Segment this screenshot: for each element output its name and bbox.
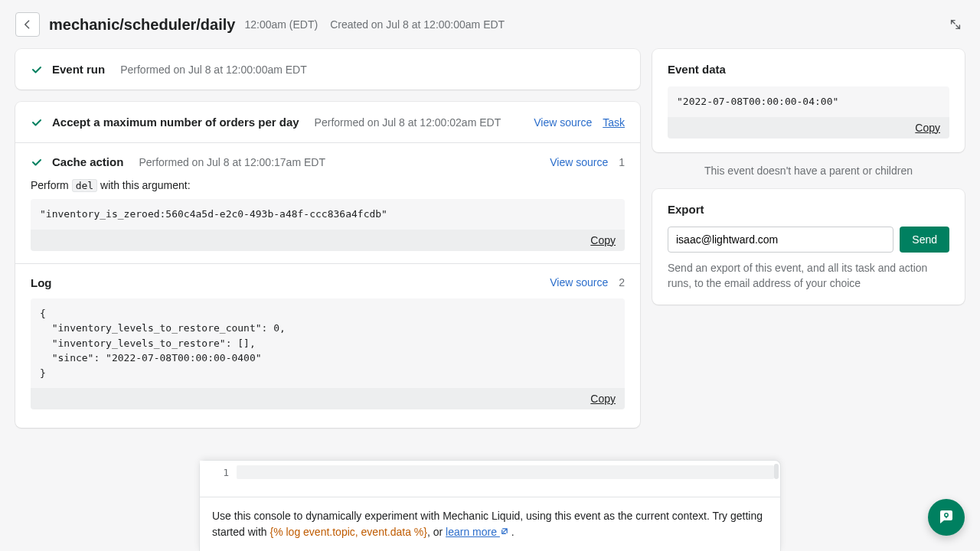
cache-action-title: Cache action bbox=[52, 155, 123, 168]
copy-bar: Copy bbox=[31, 230, 625, 251]
scrollbar[interactable] bbox=[774, 464, 779, 479]
console-help-suffix: . bbox=[508, 526, 514, 538]
task-run-performed: Performed on Jul 8 at 12:00:02am EDT bbox=[315, 116, 501, 129]
event-run-card: Event run Performed on Jul 8 at 12:00:00… bbox=[15, 49, 640, 90]
arrow-left-icon bbox=[21, 18, 34, 31]
export-email-input[interactable] bbox=[668, 227, 893, 253]
copy-bar: Copy bbox=[31, 388, 625, 409]
editor-highlight bbox=[237, 465, 774, 479]
event-data-card: Event data "2022-07-08T00:00:00-04:00" C… bbox=[652, 49, 965, 152]
log-code: { "inventory_levels_to_restore_count": 0… bbox=[31, 298, 625, 389]
page-title: mechanic/scheduler/daily bbox=[49, 16, 235, 34]
task-run-title: Accept a maximum number of orders per da… bbox=[52, 116, 299, 129]
console-help-mid: , or bbox=[427, 526, 446, 538]
event-run-performed: Performed on Jul 8 at 12:00:00am EDT bbox=[120, 64, 307, 76]
learn-more-text: learn more bbox=[446, 526, 497, 538]
perform-suffix: with this argument: bbox=[97, 179, 190, 191]
copy-bar: Copy bbox=[668, 117, 949, 139]
copy-button[interactable]: Copy bbox=[915, 122, 940, 134]
help-fab-button[interactable] bbox=[928, 499, 965, 536]
console-panel: 1 Use this console to dynamically experi… bbox=[199, 460, 781, 551]
view-source-link[interactable]: View source bbox=[550, 156, 608, 168]
send-button[interactable]: Send bbox=[900, 227, 949, 253]
event-data-title: Event data bbox=[668, 63, 949, 76]
line-gutter: 1 bbox=[200, 461, 237, 497]
export-card: Export Send Send an export of this event… bbox=[652, 189, 965, 305]
check-icon bbox=[31, 116, 43, 129]
task-link[interactable]: Task bbox=[603, 116, 625, 129]
cache-argument-code: "inventory_is_zeroed:560c4a5d-e2c0-493b-… bbox=[31, 199, 625, 230]
back-button[interactable] bbox=[15, 12, 40, 37]
liquid-example-link[interactable]: {% log event.topic, event.data %} bbox=[270, 526, 426, 538]
log-title: Log bbox=[31, 276, 52, 289]
editor-line[interactable] bbox=[237, 461, 780, 497]
export-help-text: Send an export of this event, and all it… bbox=[668, 260, 949, 292]
export-title: Export bbox=[668, 203, 949, 216]
page-header: mechanic/scheduler/daily 12:00am (EDT) C… bbox=[0, 0, 980, 49]
check-icon bbox=[31, 156, 43, 168]
learn-more-link[interactable]: learn more bbox=[446, 526, 508, 538]
view-source-link[interactable]: View source bbox=[534, 116, 592, 129]
perform-code: del bbox=[72, 179, 97, 192]
copy-button[interactable]: Copy bbox=[590, 393, 616, 405]
external-link-icon bbox=[500, 527, 508, 536]
check-icon bbox=[31, 64, 43, 76]
event-data-code: "2022-07-08T00:00:00-04:00" bbox=[668, 86, 949, 117]
log-count: 2 bbox=[619, 276, 625, 289]
view-source-link[interactable]: View source bbox=[550, 276, 608, 289]
page-created: Created on Jul 8 at 12:00:00am EDT bbox=[330, 18, 505, 31]
log-section: Log View source 2 { "inventory_levels_to… bbox=[15, 263, 640, 429]
copy-button[interactable]: Copy bbox=[590, 234, 616, 246]
console-editor[interactable]: 1 bbox=[200, 461, 780, 497]
cache-action-performed: Performed on Jul 8 at 12:00:17am EDT bbox=[139, 156, 325, 168]
event-run-title: Event run bbox=[52, 63, 105, 76]
expand-icon bbox=[949, 18, 962, 31]
cache-action-section: Cache action Performed on Jul 8 at 12:00… bbox=[15, 142, 640, 263]
perform-prefix: Perform bbox=[31, 179, 72, 191]
task-run-card: Accept a maximum number of orders per da… bbox=[15, 102, 640, 428]
cache-action-count: 1 bbox=[619, 156, 625, 168]
console-help-text: Use this console to dynamically experime… bbox=[200, 497, 780, 551]
expand-button[interactable] bbox=[946, 15, 965, 34]
perform-text: Perform del with this argument: bbox=[31, 179, 625, 191]
chat-help-icon bbox=[937, 508, 956, 527]
parent-children-message: This event doesn't have a parent or chil… bbox=[652, 165, 965, 177]
page-time: 12:00am (EDT) bbox=[244, 18, 318, 31]
